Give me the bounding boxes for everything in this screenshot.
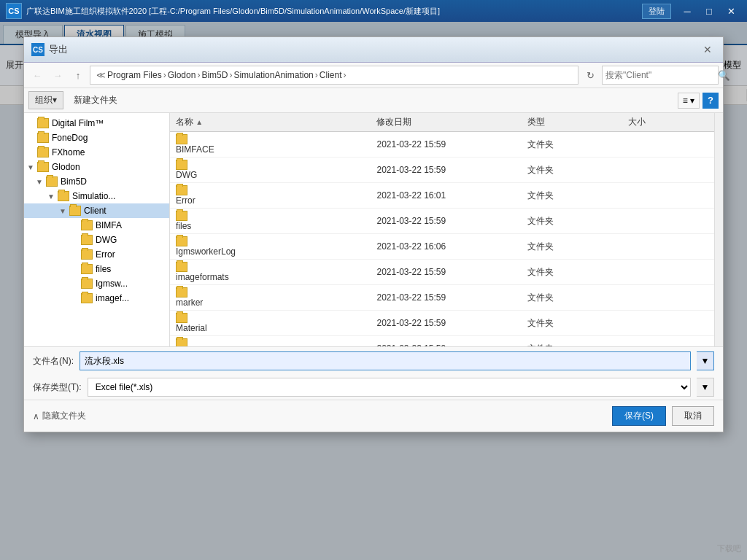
view-button[interactable]: ≡ ▾: [678, 93, 700, 106]
login-button[interactable]: 登陆: [642, 4, 671, 19]
path-item-4[interactable]: Client: [320, 70, 342, 80]
nav-back-button[interactable]: ←: [28, 66, 46, 84]
dialog-toolbar: 组织▾ 新建文件夹 ≡ ▾ ?: [24, 88, 723, 105]
search-button[interactable]: 🔍: [718, 66, 730, 84]
maximize-button[interactable]: □: [699, 3, 719, 19]
new-folder-button[interactable]: 新建文件夹: [68, 92, 123, 105]
organize-button[interactable]: 组织▾: [28, 91, 63, 105]
window-controls: ─ □ ✕: [677, 3, 741, 19]
address-bar: ← → ↑ ≪ Program Files › Glodon › Bim5D ›…: [24, 63, 723, 88]
dialog-overlay: CS 导出 ✕ ← → ↑ ≪ Program Files › Glodon ›…: [0, 22, 747, 105]
minimize-button[interactable]: ─: [677, 3, 697, 19]
address-path: ≪ Program Files › Glodon › Bim5D › Simul…: [90, 66, 578, 85]
dialog-logo: CS: [31, 43, 44, 56]
title-bar: CS 广联达BIM施工组织模拟软件2020 [工程-C:/Program Fil…: [0, 0, 747, 22]
nav-up-button[interactable]: ↑: [69, 66, 87, 84]
app-logo: CS: [6, 3, 22, 19]
search-input[interactable]: [603, 70, 718, 80]
path-item-0[interactable]: Program Files: [107, 70, 162, 80]
path-item-2[interactable]: Bim5D: [201, 70, 228, 80]
help-button[interactable]: ?: [703, 93, 719, 106]
dialog-title: 导出: [49, 43, 695, 56]
window-close-button[interactable]: ✕: [721, 3, 741, 19]
toolbar-right: ≡ ▾ ?: [678, 93, 719, 106]
dialog-close-button[interactable]: ✕: [700, 42, 716, 58]
export-dialog: CS 导出 ✕ ← → ↑ ≪ Program Files › Glodon ›…: [23, 36, 724, 105]
path-sep-0: ≪: [96, 70, 106, 80]
path-item-1[interactable]: Glodon: [168, 70, 196, 80]
window-title: 广联达BIM施工组织模拟软件2020 [工程-C:/Program Files/…: [26, 6, 642, 17]
search-box: 🔍: [602, 66, 719, 85]
dialog-title-bar: CS 导出 ✕: [24, 37, 723, 63]
path-item-3[interactable]: SimulationAnimation: [233, 70, 313, 80]
refresh-button[interactable]: ↻: [581, 66, 599, 84]
nav-forward-button[interactable]: →: [49, 66, 66, 84]
